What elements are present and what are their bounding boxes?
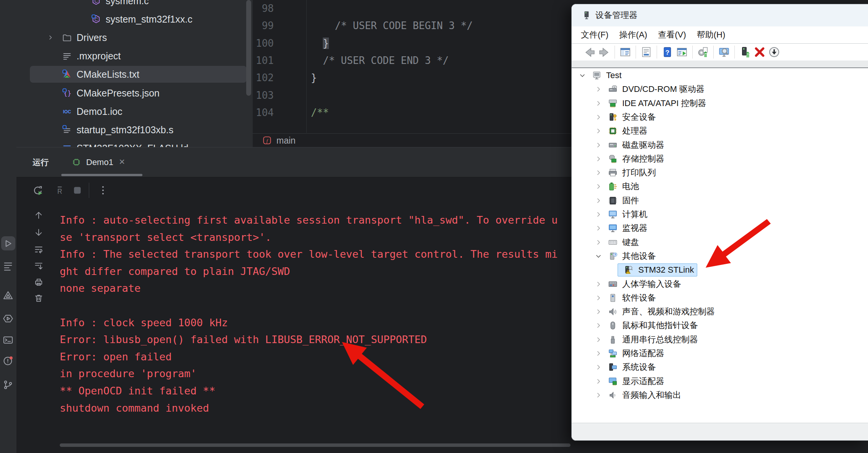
device-row-18[interactable]: 鼠标和其他指针设备 bbox=[572, 319, 868, 332]
chevron-collapsed-icon[interactable] bbox=[595, 127, 602, 135]
device-row-5[interactable]: 磁盘驱动器 bbox=[572, 138, 868, 152]
tree-scrollbar-thumb[interactable] bbox=[246, 0, 251, 96]
tree-item-demo1-ioc[interactable]: IOCDemo1.ioc bbox=[16, 102, 253, 121]
panel-icon[interactable] bbox=[619, 46, 631, 58]
device-row-8[interactable]: 电池 bbox=[572, 180, 868, 193]
tree-item-sysmem-c[interactable]: Csysmem.c bbox=[16, 0, 253, 10]
device-row-17[interactable]: 声音、视频和游戏控制器 bbox=[572, 305, 868, 319]
device-row-15[interactable]: 人体学输入设备 bbox=[572, 277, 868, 291]
chevron-collapsed-icon[interactable] bbox=[595, 141, 602, 149]
editor-line[interactable]: 101 /* USER CODE END 3 */ bbox=[253, 52, 571, 69]
disable-icon[interactable] bbox=[768, 46, 780, 58]
services-icon[interactable] bbox=[3, 313, 13, 324]
chevron-collapsed-icon[interactable] bbox=[595, 183, 602, 190]
scan-hardware-icon[interactable] bbox=[718, 46, 730, 58]
editor-line[interactable]: 100 } bbox=[253, 35, 571, 52]
chevron-collapsed-icon[interactable] bbox=[595, 336, 602, 343]
chevron-collapsed-icon[interactable] bbox=[595, 85, 602, 93]
chevron-collapsed-icon[interactable] bbox=[595, 280, 602, 288]
chevron-collapsed-icon[interactable] bbox=[595, 224, 602, 232]
menu-item-h[interactable]: 帮助(H) bbox=[697, 29, 726, 41]
stop-icon[interactable] bbox=[72, 185, 83, 196]
tree-item-system-stm32f1xx-c[interactable]: Csystem_stm32f1xx.c bbox=[16, 10, 253, 28]
device-row-6[interactable]: 存储控制器 bbox=[572, 152, 868, 166]
menu-item-v[interactable]: 查看(V) bbox=[658, 29, 686, 41]
device-manager-titlebar[interactable]: 设备管理器 bbox=[572, 4, 868, 26]
menu-item-a[interactable]: 操作(A) bbox=[619, 29, 647, 41]
device-row-22[interactable]: 显示适配器 bbox=[572, 375, 868, 388]
device-row-0[interactable]: Test bbox=[572, 69, 868, 82]
menu-item-f[interactable]: 文件(F) bbox=[581, 29, 608, 41]
device-row-1[interactable]: DVD/CD-ROM 驱动器 bbox=[572, 82, 868, 96]
chevron-collapsed-icon[interactable] bbox=[595, 363, 602, 371]
tree-item--mxproject[interactable]: .mxproject bbox=[16, 47, 253, 65]
tree-item-cmakelists-txt[interactable]: CMakeLists.txt bbox=[16, 65, 253, 83]
back-icon[interactable] bbox=[584, 46, 596, 58]
terminal-icon[interactable] bbox=[3, 335, 13, 345]
tab-close-icon[interactable]: × bbox=[119, 147, 125, 176]
device-row-19[interactable]: 通用串行总线控制器 bbox=[572, 333, 868, 347]
chevron-collapsed-icon[interactable] bbox=[595, 322, 602, 329]
tree-item-drivers[interactable]: Drivers bbox=[16, 28, 253, 47]
update-driver-icon[interactable] bbox=[697, 46, 709, 58]
print-icon[interactable] bbox=[34, 277, 44, 287]
chevron-collapsed-icon[interactable] bbox=[595, 239, 602, 246]
update-device-icon[interactable] bbox=[739, 46, 751, 58]
editor-line[interactable]: 104/** bbox=[253, 104, 571, 121]
up-arrow-icon[interactable] bbox=[34, 210, 44, 220]
help-icon[interactable]: ? bbox=[661, 46, 673, 58]
chevron-collapsed-icon[interactable] bbox=[595, 100, 602, 107]
breadcrumb-item[interactable]: main bbox=[276, 134, 296, 147]
device-row-13[interactable]: ?其他设备 bbox=[572, 249, 868, 263]
device-row-16[interactable]: 软件设备 bbox=[572, 291, 868, 305]
editor-line[interactable]: 102} bbox=[253, 69, 571, 87]
run-icon[interactable] bbox=[3, 238, 13, 249]
console-output[interactable]: Info : auto-selecting first available se… bbox=[60, 212, 557, 417]
chevron-collapsed-icon[interactable] bbox=[595, 308, 602, 316]
device-row-3[interactable]: 安全设备 bbox=[572, 110, 868, 124]
editor-line[interactable]: 98 bbox=[253, 0, 571, 17]
scroll-end-icon[interactable] bbox=[34, 261, 44, 271]
notifications-icon[interactable] bbox=[3, 355, 13, 366]
chevron-collapsed-icon[interactable] bbox=[595, 350, 602, 357]
chevron-collapsed-icon[interactable] bbox=[595, 378, 602, 385]
device-row-21[interactable]: 系统设备 bbox=[572, 360, 868, 374]
device-row-11[interactable]: 监视器 bbox=[572, 221, 868, 235]
editor-line[interactable]: 103 bbox=[253, 87, 571, 104]
chevron-collapsed-icon[interactable] bbox=[595, 294, 602, 302]
panel-play-icon[interactable] bbox=[676, 46, 688, 58]
more-icon[interactable] bbox=[98, 185, 108, 196]
device-row-stm32-stlink[interactable]: STM32 STLink bbox=[572, 263, 868, 277]
soft-wrap-icon[interactable] bbox=[34, 245, 44, 255]
uninstall-icon[interactable] bbox=[754, 46, 766, 58]
tree-item-cmakepresets-json[interactable]: {}CMakePresets.json bbox=[16, 84, 253, 102]
chevron-collapsed-icon[interactable] bbox=[595, 391, 602, 399]
structure-icon[interactable] bbox=[3, 261, 13, 271]
chevron-collapsed-icon[interactable] bbox=[595, 155, 602, 163]
device-row-23[interactable]: 音频输入和输出 bbox=[572, 388, 868, 402]
chevron-collapsed-icon[interactable] bbox=[595, 211, 602, 218]
chevron-expanded-icon[interactable] bbox=[595, 252, 602, 260]
chevron-expanded-icon[interactable] bbox=[579, 72, 586, 79]
down-arrow-icon[interactable] bbox=[34, 227, 44, 237]
device-row-2[interactable]: IDE ATA/ATAPI 控制器 bbox=[572, 96, 868, 110]
properties-icon[interactable] bbox=[640, 46, 652, 58]
code-editor[interactable]: 9899 /* USER CODE BEGIN 3 */100 }101 /* … bbox=[253, 0, 571, 133]
device-row-10[interactable]: 计算机 bbox=[572, 208, 868, 221]
rerun-attach-icon[interactable]: R bbox=[54, 185, 65, 196]
console-horizontal-scrollbar[interactable] bbox=[60, 443, 570, 447]
chevron-collapsed-icon[interactable] bbox=[595, 197, 602, 204]
forward-icon[interactable] bbox=[598, 46, 610, 58]
device-row-12[interactable]: 键盘 bbox=[572, 235, 868, 249]
chevron-right-icon[interactable] bbox=[47, 34, 54, 41]
device-row-4[interactable]: 处理器 bbox=[572, 124, 868, 138]
device-row-7[interactable]: 打印队列 bbox=[572, 166, 868, 180]
device-row-9[interactable]: 固件 bbox=[572, 194, 868, 208]
device-row-20[interactable]: 网络适配器 bbox=[572, 347, 868, 360]
problems-icon[interactable] bbox=[3, 290, 13, 301]
tree-item-startup-stm32f103xb-s[interactable]: startup_stm32f103xb.s bbox=[16, 121, 253, 139]
tree-item-stm32f103xx-flash-ld[interactable]: STM32F103XX_FLASH.ld bbox=[16, 139, 253, 147]
rerun-icon[interactable] bbox=[33, 185, 43, 196]
editor-line[interactable]: 99 /* USER CODE BEGIN 3 */ bbox=[253, 17, 571, 34]
git-branch-icon[interactable] bbox=[3, 379, 13, 390]
